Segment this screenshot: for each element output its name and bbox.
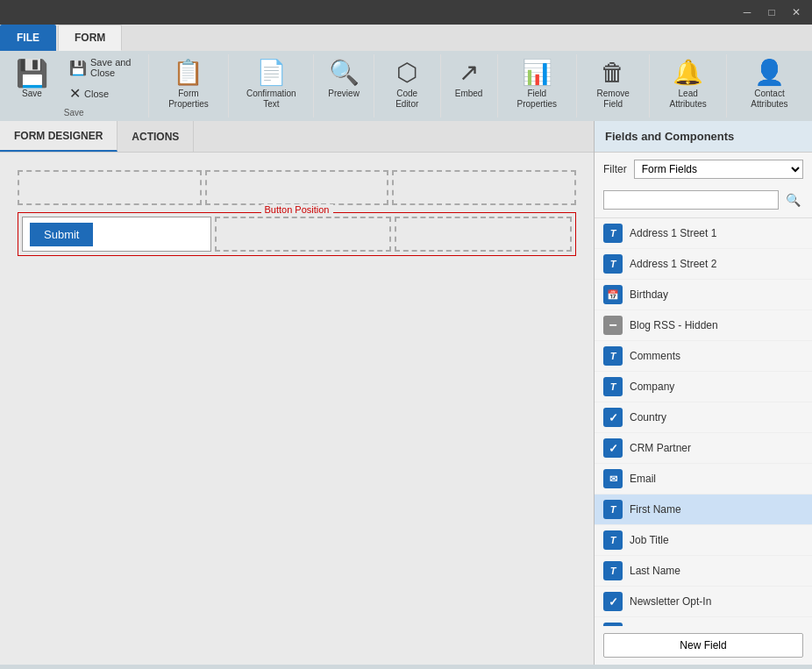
field-label-birthday: Birthday (630, 288, 668, 301)
preview-button[interactable]: 🔍 Preview (321, 54, 367, 103)
form-cell-2[interactable] (205, 170, 389, 205)
field-item-address1-street1[interactable]: TAddress 1 Street 1 (595, 218, 812, 249)
field-item-newsletter-opt-in[interactable]: ✓Newsletter Opt-In (595, 587, 812, 617)
field-properties-button[interactable]: 📊 Field Properties (505, 54, 569, 113)
field-label-blog-rss: Blog RSS - Hidden (630, 319, 718, 331)
button-cell-2[interactable] (215, 217, 392, 252)
confirmation-text-icon: 📄 (256, 58, 287, 87)
button-position-container: Button Position Submit (18, 212, 576, 256)
form-cell-1[interactable] (18, 170, 202, 205)
field-label-first-name: First Name (630, 503, 681, 516)
code-editor-icon: ⬡ (396, 58, 417, 87)
remove-field-icon: 🗑 (601, 58, 625, 87)
field-item-email[interactable]: ✉Email (595, 464, 812, 495)
field-label-address1-street1: Address 1 Street 1 (630, 227, 716, 239)
ribbon-group-preview: 🔍 Preview (314, 54, 374, 117)
ribbon-group-contact-attributes: 👤 Contact Attributes (727, 54, 812, 117)
field-icon-blog-rss: − (603, 316, 623, 335)
field-item-job-title[interactable]: TJob Title (595, 525, 812, 556)
field-icon-newsletter-opt-in: ✓ (603, 592, 623, 611)
field-label-crm-partner: CRM Partner (630, 442, 691, 454)
search-icon-button[interactable]: 🔍 (782, 189, 803, 210)
save-icon: 💾 (16, 58, 48, 89)
embed-button[interactable]: ↗ Embed (448, 54, 490, 103)
ribbon-tabs: FILE FORM (0, 25, 812, 51)
submit-button-cell[interactable]: Submit (22, 217, 211, 252)
field-label-comments: Comments (630, 350, 680, 362)
close-x-icon: ✕ (69, 85, 81, 102)
main-container: FORM DESIGNER ACTIONS Button Position Su… (0, 121, 812, 665)
field-label-company: Company (630, 381, 674, 393)
field-icon-job-title: T (603, 530, 623, 550)
confirmation-text-button[interactable]: 📄 Confirmation Text (236, 54, 306, 113)
ribbon-group-code-editor: ⬡ Code Editor (374, 54, 441, 117)
save-group-label: Save (64, 104, 84, 117)
filter-select[interactable]: Form Fields (634, 160, 803, 179)
lead-attributes-button[interactable]: 🔔 Lead Attributes (657, 54, 719, 113)
fields-list: TAddress 1 Street 1TAddress 1 Street 2📅B… (595, 217, 812, 626)
tab-file[interactable]: FILE (0, 25, 56, 51)
search-input[interactable] (603, 190, 779, 210)
designer-area: FORM DESIGNER ACTIONS Button Position Su… (0, 121, 595, 665)
tab-form-designer[interactable]: FORM DESIGNER (0, 121, 118, 152)
field-item-birthday[interactable]: 📅Birthday (595, 280, 812, 310)
code-editor-button[interactable]: ⬡ Code Editor (381, 54, 433, 113)
field-icon-birthday: 📅 (603, 285, 623, 304)
designer-toolbar: FORM DESIGNER ACTIONS (0, 121, 594, 153)
contact-attributes-button[interactable]: 👤 Contact Attributes (734, 54, 805, 113)
field-item-address1-street2[interactable]: TAddress 1 Street 2 (595, 249, 812, 280)
field-item-first-name[interactable]: TFirst Name (595, 495, 812, 525)
field-item-company[interactable]: TCompany (595, 372, 812, 402)
field-item-last-name[interactable]: TLast Name (595, 556, 812, 587)
close-ribbon-button[interactable]: ✕ Close (64, 82, 141, 104)
field-item-country[interactable]: ✓Country (595, 402, 812, 433)
field-icon-email: ✉ (603, 469, 623, 488)
button-cell-3[interactable] (395, 217, 572, 252)
embed-icon: ↗ (459, 58, 479, 87)
maximize-button[interactable]: □ (759, 0, 784, 25)
field-icon-phone: T (603, 623, 623, 626)
title-bar: ─ □ ✕ (0, 0, 812, 25)
save-button[interactable]: 💾 Save (7, 54, 57, 102)
button-row: Submit (22, 217, 572, 252)
form-properties-button[interactable]: 📋 Form Properties (156, 54, 222, 113)
field-icon-last-name: T (603, 561, 623, 580)
submit-button[interactable]: Submit (30, 223, 93, 246)
field-icon-address1-street2: T (603, 254, 623, 274)
field-label-country: Country (630, 411, 666, 423)
form-cell-3[interactable] (392, 170, 576, 205)
ribbon-group-lead-attributes: 🔔 Lead Attributes (650, 54, 727, 117)
field-label-job-title: Job Title (630, 534, 669, 546)
field-item-blog-rss[interactable]: −Blog RSS - Hidden (595, 310, 812, 341)
search-row: 🔍 (595, 186, 812, 217)
field-icon-comments: T (603, 346, 623, 366)
ribbon-group-save: 💾 Save 💾 Save and Close ✕ Close Save (0, 54, 149, 117)
close-button[interactable]: ✕ (784, 0, 808, 25)
right-panel: Fields and Components Filter Form Fields… (595, 121, 812, 665)
field-item-comments[interactable]: TComments (595, 341, 812, 372)
remove-field-button[interactable]: 🗑 Remove Field (584, 54, 642, 113)
field-icon-crm-partner: ✓ (603, 438, 623, 458)
field-item-phone[interactable]: TPhone (595, 617, 812, 626)
save-and-close-button[interactable]: 💾 Save and Close (64, 54, 141, 81)
field-item-crm-partner[interactable]: ✓CRM Partner (595, 433, 812, 464)
tab-form[interactable]: FORM (58, 25, 122, 51)
field-label-newsletter-opt-in: Newsletter Opt-In (630, 595, 711, 608)
field-label-email: Email (630, 473, 656, 485)
minimize-button[interactable]: ─ (735, 0, 759, 25)
filter-row: Filter Form Fields (595, 153, 812, 186)
button-position-label: Button Position (261, 204, 333, 215)
field-properties-icon: 📊 (522, 58, 552, 87)
form-properties-icon: 📋 (173, 58, 203, 87)
field-icon-first-name: T (603, 500, 623, 519)
field-icon-country: ✓ (603, 408, 623, 427)
ribbon-content: 💾 Save 💾 Save and Close ✕ Close Save 📋 F… (0, 51, 812, 121)
filter-label: Filter (603, 163, 627, 175)
field-icon-address1-street1: T (603, 224, 623, 243)
ribbon-group-remove-field: 🗑 Remove Field (577, 54, 650, 117)
new-field-button[interactable]: New Field (603, 633, 803, 658)
ribbon-group-field-properties: 📊 Field Properties (498, 54, 577, 117)
lead-attributes-icon: 🔔 (673, 58, 703, 87)
form-canvas: Button Position Submit (0, 153, 594, 665)
tab-actions[interactable]: ACTIONS (118, 121, 194, 152)
